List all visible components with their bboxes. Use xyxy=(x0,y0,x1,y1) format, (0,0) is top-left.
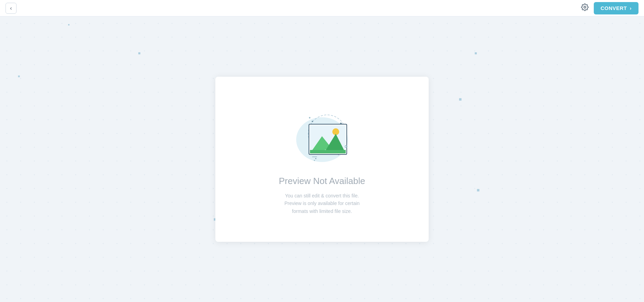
preview-title: Preview Not Available xyxy=(279,176,365,186)
back-button[interactable]: ‹ xyxy=(6,3,17,14)
svg-text:✦: ✦ xyxy=(313,159,315,162)
convert-label: CONVERT xyxy=(601,5,627,11)
preview-subtitle-line2: Preview is only available for certain xyxy=(285,199,360,207)
preview-subtitle: You can still edit & convert this file. … xyxy=(285,192,360,215)
chevron-right-icon: › xyxy=(630,5,632,11)
svg-point-0 xyxy=(584,6,586,8)
settings-button[interactable] xyxy=(579,2,591,14)
header: ‹ CONVERT › xyxy=(0,0,644,17)
svg-point-3 xyxy=(312,121,313,122)
header-right: CONVERT › xyxy=(579,2,638,14)
preview-subtitle-line3: formats with limited file size. xyxy=(285,207,360,215)
preview-illustration: ✦ ✦ ✦ xyxy=(288,104,356,165)
convert-button[interactable]: CONVERT › xyxy=(594,2,638,14)
svg-text:✦: ✦ xyxy=(308,116,311,120)
preview-card: ✦ ✦ ✦ xyxy=(215,77,429,242)
back-icon: ‹ xyxy=(10,5,12,11)
svg-rect-16 xyxy=(310,150,346,153)
main-content: ✦ ✦ ✦ xyxy=(0,17,644,302)
preview-subtitle-line1: You can still edit & convert this file. xyxy=(285,192,360,199)
gear-icon xyxy=(581,3,589,13)
